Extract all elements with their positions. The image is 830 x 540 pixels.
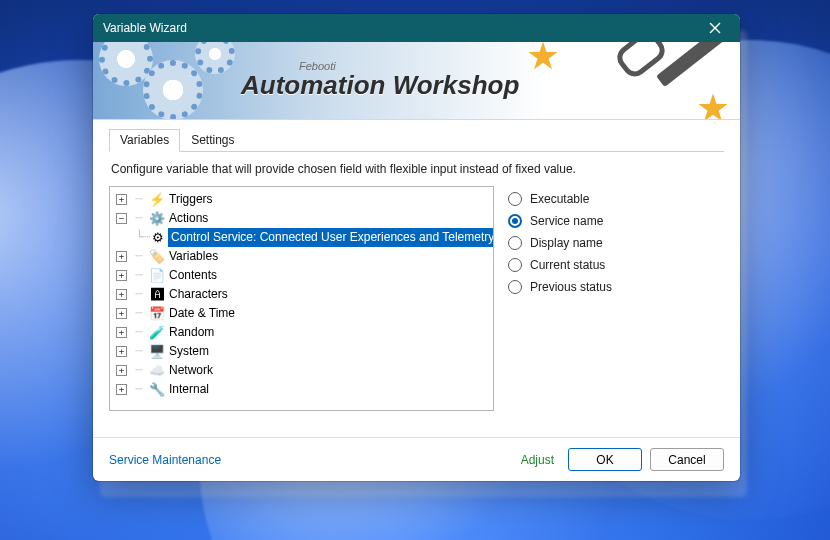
tree-item-system[interactable]: + ┈ 🖥️ System bbox=[114, 342, 491, 361]
radio-display-name[interactable]: Display name bbox=[508, 232, 724, 254]
window-title: Variable Wizard bbox=[103, 21, 187, 35]
titlebar: Variable Wizard bbox=[93, 14, 740, 42]
instruction-text: Configure variable that will provide cho… bbox=[109, 152, 724, 186]
calendar-icon: 📅 bbox=[149, 306, 165, 322]
star-icon: ★ bbox=[526, 42, 560, 78]
tree-pane: + ┈ ⚡ Triggers − ┈ ⚙️ Actions └┈ ⚙ bbox=[109, 186, 494, 411]
cloud-icon: ☁️ bbox=[149, 363, 165, 379]
radio-label: Service name bbox=[530, 214, 603, 228]
svg-rect-3 bbox=[616, 42, 666, 78]
collapse-icon[interactable]: − bbox=[116, 213, 127, 224]
ok-button[interactable]: OK bbox=[568, 448, 642, 471]
radio-icon bbox=[508, 236, 522, 250]
expand-icon[interactable]: + bbox=[116, 289, 127, 300]
variable-wizard-dialog: Variable Wizard Febooti Automation Works… bbox=[93, 14, 740, 481]
monitor-icon: 🖥️ bbox=[149, 344, 165, 360]
letter-icon: 🅰 bbox=[149, 287, 165, 303]
radio-label: Current status bbox=[530, 258, 605, 272]
close-icon bbox=[709, 22, 721, 34]
gear-icon bbox=[195, 42, 235, 74]
expand-icon[interactable]: + bbox=[116, 308, 127, 319]
gear-icon bbox=[143, 60, 203, 120]
banner-product: Automation Workshop bbox=[241, 70, 519, 101]
expand-icon[interactable]: + bbox=[116, 346, 127, 357]
tree-item-network[interactable]: + ┈ ☁️ Network bbox=[114, 361, 491, 380]
tree-item-contents[interactable]: + ┈ 📄 Contents bbox=[114, 266, 491, 285]
radio-label: Previous status bbox=[530, 280, 612, 294]
gear-icon: ⚙️ bbox=[149, 211, 165, 227]
banner: Febooti Automation Workshop ★ ★ bbox=[93, 42, 740, 120]
flask-icon: 🧪 bbox=[149, 325, 165, 341]
radio-service-name[interactable]: Service name bbox=[508, 210, 724, 232]
footer: Service Maintenance Adjust OK Cancel bbox=[93, 437, 740, 481]
svg-rect-2 bbox=[656, 42, 726, 87]
radio-executable[interactable]: Executable bbox=[508, 188, 724, 210]
expand-icon[interactable]: + bbox=[116, 194, 127, 205]
expand-icon[interactable]: + bbox=[116, 251, 127, 262]
tree-item-random[interactable]: + ┈ 🧪 Random bbox=[114, 323, 491, 342]
tree-item-datetime[interactable]: + ┈ 📅 Date & Time bbox=[114, 304, 491, 323]
tree-item-label-selected: Control Service: Connected User Experien… bbox=[168, 228, 494, 247]
expand-icon[interactable]: + bbox=[116, 365, 127, 376]
tab-bar: Variables Settings bbox=[109, 128, 724, 152]
radio-previous-status[interactable]: Previous status bbox=[508, 276, 724, 298]
gear-icon: ⚙ bbox=[152, 230, 164, 246]
adjust-link[interactable]: Adjust bbox=[521, 453, 554, 467]
cancel-button[interactable]: Cancel bbox=[650, 448, 724, 471]
wrench-icon: 🔧 bbox=[149, 382, 165, 398]
tab-settings[interactable]: Settings bbox=[180, 129, 245, 152]
expand-icon[interactable]: + bbox=[116, 270, 127, 281]
close-button[interactable] bbox=[700, 22, 730, 34]
tag-icon: 🏷️ bbox=[149, 249, 165, 265]
tree-item-actions[interactable]: − ┈ ⚙️ Actions bbox=[114, 209, 491, 228]
tree-item-variables[interactable]: + ┈ 🏷️ Variables bbox=[114, 247, 491, 266]
wand-icon bbox=[596, 42, 726, 120]
radio-label: Display name bbox=[530, 236, 603, 250]
lightning-icon: ⚡ bbox=[149, 192, 165, 208]
document-icon: 📄 bbox=[149, 268, 165, 284]
service-maintenance-link[interactable]: Service Maintenance bbox=[109, 453, 221, 467]
expand-icon[interactable]: + bbox=[116, 327, 127, 338]
radio-group: Executable Service name Display name Cur… bbox=[508, 186, 724, 435]
radio-icon bbox=[508, 280, 522, 294]
radio-icon bbox=[508, 214, 522, 228]
tree-item-triggers[interactable]: + ┈ ⚡ Triggers bbox=[114, 190, 491, 209]
tree: + ┈ ⚡ Triggers − ┈ ⚙️ Actions └┈ ⚙ bbox=[112, 190, 491, 399]
tree-item-characters[interactable]: + ┈ 🅰 Characters bbox=[114, 285, 491, 304]
radio-icon bbox=[508, 258, 522, 272]
radio-icon bbox=[508, 192, 522, 206]
tree-item-internal[interactable]: + ┈ 🔧 Internal bbox=[114, 380, 491, 399]
expand-icon[interactable]: + bbox=[116, 384, 127, 395]
radio-label: Executable bbox=[530, 192, 589, 206]
radio-current-status[interactable]: Current status bbox=[508, 254, 724, 276]
tab-variables[interactable]: Variables bbox=[109, 129, 180, 152]
tree-item-control-service[interactable]: └┈ ⚙ Control Service: Connected User Exp… bbox=[134, 228, 491, 247]
